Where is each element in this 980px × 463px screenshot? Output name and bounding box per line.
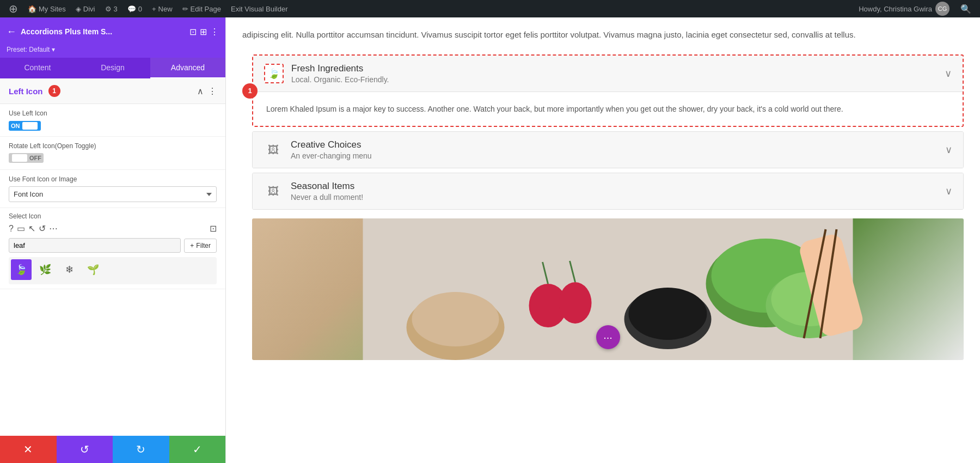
frame-icon[interactable]: ⊡ (210, 223, 217, 234)
tablet-icon[interactable]: ▭ (17, 223, 25, 234)
preset-label: Preset: Default (7, 46, 50, 53)
search-icon[interactable]: 🔍 (956, 4, 976, 14)
icon-cell-leaf-outline[interactable]: 🌿 (35, 259, 56, 280)
my-sites-label: My Sites (39, 5, 66, 13)
main-layout: ← Accordions Plus Item S... ⊡ ⊞ ⋮ Preset… (0, 17, 980, 463)
accordion-body-text-1: Lorem Khaled Ipsum is a major key to suc… (266, 105, 843, 113)
accordion-chevron-3[interactable]: ∨ (945, 185, 952, 197)
accordion-header-3[interactable]: 🖼 Seasonal Items Never a dull moment! ∨ (253, 173, 963, 209)
cancel-button[interactable]: ✕ (0, 436, 57, 463)
preset-bar[interactable]: Preset: Default ▾ (0, 46, 225, 58)
accordion-body-1: Lorem Khaled Ipsum is a major key to suc… (253, 92, 963, 126)
select-icon-section: Select Icon ? ▭ ↖ ↺ ⋯ ⊡ + Filter (0, 208, 225, 289)
avatar: CG (935, 2, 950, 16)
intro-text: adipiscing elit. Nulla porttitor accumsa… (242, 28, 964, 41)
accordion-title-1: Fresh Ingredients (291, 63, 937, 74)
content-area: adipiscing elit. Nulla porttitor accumsa… (226, 17, 980, 463)
howdy-menu[interactable]: Howdy, Christina Gwira CG (854, 2, 954, 16)
cancel-icon: ✕ (23, 443, 33, 456)
section-title-text: Left Icon (9, 87, 43, 96)
collapse-icon[interactable]: ∧ (197, 86, 204, 96)
icon-cell-snowflake[interactable]: ❄ (59, 259, 79, 280)
section-header-actions: ∧ ⋮ (197, 86, 217, 96)
plus-filter-icon: + (190, 242, 194, 249)
rotate-left-icon-toggle[interactable]: OFF (9, 153, 44, 163)
comment-number: 3 (114, 5, 118, 13)
comment-icon: ⚙ (105, 5, 112, 13)
help-icon[interactable]: ? (9, 224, 14, 234)
my-sites-menu[interactable]: 🏠 My Sites (23, 0, 70, 17)
use-left-icon-toggle[interactable]: ON (9, 121, 41, 131)
filter-button[interactable]: + Filter (184, 239, 217, 253)
divi-menu[interactable]: ◈ Divi (71, 0, 100, 17)
icon-picker-toolbar: ? ▭ ↖ ↺ ⋯ ⊡ (9, 223, 217, 234)
use-font-icon-setting: Use Font Icon or Image Font Icon Image (0, 170, 225, 208)
toggle-off-text: OFF (29, 155, 41, 161)
tab-design[interactable]: Design (75, 58, 150, 78)
comment-zero-label: 0 (138, 5, 142, 13)
section-more-icon[interactable]: ⋮ (208, 86, 217, 96)
tab-content[interactable]: Content (0, 58, 75, 78)
fab-button[interactable]: ··· (596, 325, 620, 349)
icon-cell-leaf-solid[interactable]: 🍃 (11, 259, 32, 280)
accordion-chevron-1[interactable]: ∨ (945, 68, 952, 80)
fab-dots-icon: ··· (603, 331, 612, 344)
accordion-icon-image-3: 🖼 (264, 181, 283, 201)
edit-page-button[interactable]: ✏ Edit Page (178, 0, 225, 17)
accordion-title-3: Seasonal Items (291, 181, 938, 192)
new-label: New (158, 5, 173, 13)
accordion-wrapper-1: 1 🍃 Fresh Ingredients Local. Organic. Ec… (252, 54, 964, 127)
rotate-left-icon-label: Rotate Left Icon(Open Toggle) (9, 142, 217, 150)
exit-visual-builder-button[interactable]: Exit Visual Builder (226, 0, 292, 17)
redo-button[interactable]: ↻ (113, 436, 169, 463)
accordion-subtitle-2: An ever-changing menu (291, 151, 938, 160)
cursor-icon[interactable]: ↖ (28, 223, 35, 234)
sidebar-panel: ← Accordions Plus Item S... ⊡ ⊞ ⋮ Preset… (0, 17, 226, 463)
accordion-icon-image-2: 🖼 (264, 140, 283, 160)
accordion-title-area-1: Fresh Ingredients Local. Organic. Eco-Fr… (291, 63, 937, 84)
divi-label: Divi (83, 5, 95, 13)
accordion-wrapper-2: 🖼 Creative Choices An ever-changing menu… (252, 131, 964, 168)
undo-icon: ↺ (80, 443, 89, 456)
icon-search-row: + Filter (9, 238, 217, 253)
accordion-header-2[interactable]: 🖼 Creative Choices An ever-changing menu… (253, 132, 963, 168)
exit-builder-label: Exit Visual Builder (231, 5, 288, 13)
accordion-item-1: 🍃 Fresh Ingredients Local. Organic. Eco-… (252, 54, 964, 127)
new-button[interactable]: + New (148, 0, 177, 17)
dots-icon[interactable]: ⋯ (49, 223, 58, 234)
icon-search-input[interactable] (9, 238, 181, 253)
accordion-title-area-2: Creative Choices An ever-changing menu (291, 139, 938, 160)
comment-count[interactable]: ⚙ 3 (101, 0, 122, 17)
use-left-icon-label: Use Left Icon (9, 109, 217, 117)
comments-zero[interactable]: 💬 0 (123, 0, 146, 17)
use-font-icon-label: Use Font Icon or Image (9, 175, 217, 183)
divi-icon: ◈ (76, 5, 81, 13)
filter-label: Filter (196, 242, 211, 249)
accordion-item-3: 🖼 Seasonal Items Never a dull moment! ∨ (252, 173, 964, 210)
accordion-header-1[interactable]: 🍃 Fresh Ingredients Local. Organic. Eco-… (253, 56, 963, 92)
icon-cell-flower[interactable]: 🌱 (83, 259, 103, 280)
wp-icon: ⊕ (9, 2, 18, 15)
save-button[interactable]: ✓ (169, 436, 226, 463)
sidebar-header-icons: ⊡ ⊞ ⋮ (189, 27, 219, 37)
grid-icon[interactable]: ⊞ (200, 27, 207, 37)
use-left-icon-setting: Use Left Icon ON (0, 104, 225, 137)
back-arrow-icon[interactable]: ← (7, 26, 16, 38)
section-title: Left Icon 1 (9, 85, 197, 97)
howdy-text: Howdy, Christina Gwira (859, 5, 932, 13)
rotate-icon[interactable]: ↺ (39, 223, 46, 234)
redo-icon: ↻ (136, 443, 145, 456)
speech-bubble-icon: 💬 (127, 5, 136, 13)
more-options-icon[interactable]: ⋮ (210, 27, 219, 37)
accordion-chevron-2[interactable]: ∨ (945, 144, 952, 156)
font-icon-select[interactable]: Font Icon Image (9, 186, 217, 202)
wp-logo[interactable]: ⊕ (4, 0, 22, 17)
tab-advanced[interactable]: Advanced (150, 58, 225, 78)
edit-icon: ✏ (182, 5, 188, 13)
left-icon-section-header: Left Icon 1 ∧ ⋮ (0, 78, 225, 104)
undo-button[interactable]: ↺ (57, 436, 113, 463)
svg-point-8 (629, 288, 707, 340)
resize-icon[interactable]: ⊡ (189, 27, 197, 37)
svg-point-4 (559, 282, 592, 324)
rotate-left-icon-setting: Rotate Left Icon(Open Toggle) OFF (0, 137, 225, 170)
